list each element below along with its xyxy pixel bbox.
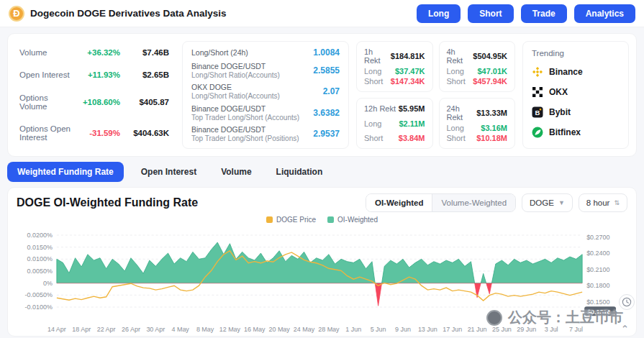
- trending-item-bybit[interactable]: B Bybit: [532, 102, 620, 122]
- rekt-short-value: $147.34K: [391, 77, 425, 86]
- volume-weighted-toggle[interactable]: Volume-Weighted: [432, 194, 515, 211]
- header: Ð Dogecoin DOGE Derivatives Data Analysi…: [0, 0, 644, 27]
- rekt-short-value: $10.18M: [476, 134, 507, 142]
- chevron-down-icon: ▼: [558, 199, 565, 206]
- rekt-short-label: Short: [447, 134, 466, 142]
- ratio-label: Long/Short (24h): [191, 48, 248, 58]
- ratio-label: Binance DOGE/USDT Top Trader Long/Short …: [191, 104, 299, 122]
- history-clock-icon[interactable]: [619, 294, 635, 310]
- svg-text:17 Jun: 17 Jun: [443, 326, 462, 333]
- svg-text:0%: 0%: [43, 280, 53, 287]
- ratio-value: 3.6382: [313, 108, 340, 118]
- metric-label: Options Open Interest: [19, 124, 77, 142]
- short-button[interactable]: Short: [468, 4, 513, 23]
- okx-icon: [532, 86, 543, 98]
- bitfinex-icon: [532, 127, 543, 138]
- tab-volume[interactable]: Volume: [214, 162, 258, 182]
- rekt-period-label: 24h Rekt: [447, 104, 477, 122]
- rekt-total-value: $13.33M: [476, 109, 507, 117]
- legend-label: DOGE Price: [276, 216, 316, 224]
- svg-text:29 Jun: 29 Jun: [517, 326, 536, 333]
- ratio-row-top-trader-positions: Binance DOGE/USDT Top Trader Long/Short …: [191, 125, 340, 142]
- ratio-label: Binance DOGE/USDT Long/Short Ratio(Accou…: [191, 62, 280, 79]
- trending-item-binance[interactable]: Binance: [532, 62, 620, 82]
- funding-rate-chart[interactable]: 0.0200%0.0150%0.0100%0.0050%0%-0.0050%-0…: [17, 227, 627, 336]
- metric-label: Options Volume: [19, 93, 77, 111]
- rekt-long-value: $3.16M: [481, 124, 507, 132]
- funding-rate-card: DOGE OI-Weighted Funding Rate OI-Weighte…: [7, 187, 637, 337]
- bybit-icon: B: [532, 106, 543, 118]
- legend-label: OI-Weighted: [337, 216, 378, 224]
- legend-doge-price[interactable]: DOGE Price: [266, 216, 316, 224]
- ratio-row-24h: Long/Short (24h) 1.0084: [191, 47, 340, 58]
- metric-row-open-interest: Open Interest +11.93% $2.65B: [19, 70, 169, 79]
- long-short-ratio-panel: Long/Short (24h) 1.0084 Binance DOGE/USD…: [182, 41, 349, 149]
- ratio-label: Binance DOGE/USDT Top Trader Long/Short …: [191, 125, 299, 142]
- tab-liquidation[interactable]: Liquidation: [269, 162, 330, 182]
- rekt-total-value: $504.95K: [473, 52, 507, 60]
- ratio-value: 2.07: [323, 86, 340, 96]
- dogecoin-logo-icon: Ð: [9, 6, 24, 22]
- svg-text:B: B: [535, 109, 540, 117]
- rekt-long-label: Long: [364, 67, 381, 76]
- chart-header: DOGE OI-Weighted Funding Rate OI-Weighte…: [17, 193, 627, 212]
- svg-text:0.0050%: 0.0050%: [27, 268, 53, 275]
- rekt-1h-card: 1h Rekt $184.81K Long $37.47K Short $147…: [356, 41, 433, 92]
- svg-text:25 Jun: 25 Jun: [492, 326, 512, 333]
- chart-title: DOGE OI-Weighted Funding Rate: [17, 196, 198, 209]
- rekt-short-label: Short: [364, 134, 383, 142]
- rekt-period-label: 4h Rekt: [447, 47, 473, 65]
- svg-text:28 May: 28 May: [318, 326, 340, 333]
- trending-panel: Trending Binance OKX B Bybit: [522, 41, 629, 149]
- header-actions: Long Short Trade Analytics: [417, 4, 635, 23]
- trending-item-okx[interactable]: OKX: [532, 82, 620, 102]
- oi-weighted-toggle[interactable]: OI-Weighted: [366, 194, 433, 211]
- weighting-toggle: OI-Weighted Volume-Weighted: [366, 193, 516, 212]
- svg-text:7 Jul: 7 Jul: [569, 326, 583, 333]
- svg-text:$0.1500: $0.1500: [586, 298, 609, 306]
- svg-text:-0.0100%: -0.0100%: [25, 303, 53, 311]
- metric-change: +11.93%: [77, 70, 120, 79]
- metric-value: $405.87: [120, 98, 169, 106]
- svg-text:4 May: 4 May: [171, 326, 189, 333]
- svg-text:$0.1800: $0.1800: [586, 282, 609, 289]
- rekt-24h-card: 24h Rekt $13.33M Long $3.16M Short $10.1…: [439, 98, 516, 149]
- svg-text:$0.2400: $0.2400: [586, 250, 609, 257]
- trending-exchange-name: Bitfinex: [549, 127, 581, 137]
- analytics-button[interactable]: Analytics: [574, 4, 635, 23]
- rekt-long-value: $2.11M: [399, 119, 425, 128]
- brand: Ð Dogecoin DOGE Derivatives Data Analysi…: [9, 6, 227, 22]
- svg-text:1 Jun: 1 Jun: [345, 326, 361, 333]
- trending-exchange-name: OKX: [549, 87, 568, 97]
- chart-controls: OI-Weighted Volume-Weighted DOGE ▼ 8 hou…: [366, 193, 627, 212]
- rekt-total-value: $184.81K: [391, 52, 425, 60]
- svg-text:24 May: 24 May: [294, 326, 315, 333]
- ratio-row-top-trader-accounts: Binance DOGE/USDT Top Trader Long/Short …: [191, 104, 340, 122]
- collapse-chart-icon[interactable]: ⌃: [621, 324, 629, 334]
- rekt-long-label: Long: [447, 67, 464, 76]
- symbol-select[interactable]: DOGE ▼: [522, 193, 573, 212]
- metric-change: -31.59%: [77, 129, 120, 137]
- interval-select[interactable]: 8 hour ⇅: [579, 193, 627, 212]
- rekt-long-value: $37.47K: [395, 67, 425, 76]
- tab-open-interest[interactable]: Open Interest: [134, 162, 204, 182]
- legend-oi-weighted[interactable]: OI-Weighted: [327, 216, 378, 224]
- svg-text:21 Jun: 21 Jun: [468, 326, 487, 333]
- chart-legend: DOGE Price OI-Weighted: [17, 214, 627, 225]
- svg-text:-0.0050%: -0.0050%: [25, 291, 53, 298]
- svg-text:14 Apr: 14 Apr: [47, 326, 66, 333]
- svg-text:$0.2700: $0.2700: [586, 234, 609, 241]
- tab-weighted-funding-rate[interactable]: Weighted Funding Rate: [7, 162, 124, 182]
- rekt-short-value: $3.84M: [399, 134, 425, 142]
- binance-icon: [532, 66, 543, 78]
- ratio-value: 2.5855: [313, 65, 340, 76]
- trade-button[interactable]: Trade: [521, 4, 567, 23]
- svg-text:12 May: 12 May: [219, 326, 241, 333]
- trending-item-bitfinex[interactable]: Bitfinex: [532, 122, 620, 142]
- rekt-short-label: Short: [364, 77, 383, 86]
- metric-label: Open Interest: [19, 70, 77, 79]
- trending-exchange-name: Bybit: [549, 107, 571, 117]
- rekt-period-label: 1h Rekt: [364, 47, 391, 65]
- svg-text:26 Apr: 26 Apr: [122, 326, 140, 333]
- long-button[interactable]: Long: [417, 4, 461, 23]
